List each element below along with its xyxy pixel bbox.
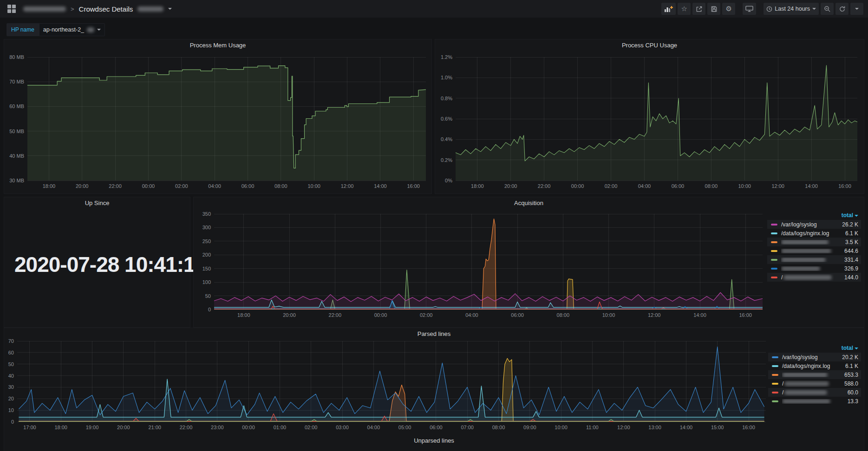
svg-text:00:00: 00:00 xyxy=(374,312,387,318)
series-label: / xyxy=(782,389,834,396)
panel-title[interactable]: Process Mem Usage xyxy=(4,42,431,49)
mem-chart[interactable]: 18:0020:0022:0000:0002:0004:0006:0008:00… xyxy=(4,39,432,194)
legend-row[interactable]: /588.0 xyxy=(768,379,861,388)
svg-text:300: 300 xyxy=(202,225,211,230)
cpu-chart[interactable]: 18:0020:0022:0000:0002:0004:0006:0008:00… xyxy=(435,39,865,194)
cycle-view-button[interactable] xyxy=(743,3,756,15)
panel-up-since: Up Since 2020-07-28 10:41:10 xyxy=(4,197,190,328)
refresh-button[interactable] xyxy=(835,3,848,15)
svg-text:05:00: 05:00 xyxy=(398,425,411,430)
svg-text:00:00: 00:00 xyxy=(242,425,255,430)
svg-text:22:00: 22:00 xyxy=(329,312,342,318)
panel-title[interactable]: Process CPU Usage xyxy=(435,42,864,49)
series-label: / xyxy=(782,380,834,387)
legend-row[interactable]: 13.3 xyxy=(768,397,861,406)
chevron-down-icon xyxy=(855,8,859,10)
zoom-out-button[interactable] xyxy=(821,3,834,15)
svg-text:04:00: 04:00 xyxy=(208,183,221,189)
svg-text:17:00: 17:00 xyxy=(23,425,36,430)
series-label: /data/logs/nginx.log xyxy=(781,230,834,237)
series-label xyxy=(782,399,834,404)
time-picker-button[interactable]: Last 24 hours xyxy=(764,3,819,15)
legend-row[interactable]: /data/logs/nginx.log6.1 K xyxy=(768,361,861,370)
panel-title[interactable]: Up Since xyxy=(4,200,190,206)
series-total-value: 644.6 xyxy=(838,248,858,254)
legend-row[interactable]: /var/log/syslog20.2 K xyxy=(768,353,861,361)
star-icon: ☆ xyxy=(681,5,687,13)
apps-grid-icon[interactable] xyxy=(7,5,16,13)
svg-text:0%: 0% xyxy=(445,178,452,183)
dashboard-title[interactable]: Crowdsec Details xyxy=(79,5,133,13)
settings-button[interactable]: ⚙ xyxy=(722,3,735,15)
series-total-value: 144.0 xyxy=(838,274,858,281)
redacted-label xyxy=(781,266,820,271)
clock-icon xyxy=(766,6,772,12)
svg-text:04:00: 04:00 xyxy=(465,312,478,318)
grafana-dashboard: > Crowdsec Details ☆ xyxy=(0,0,868,451)
svg-text:18:00: 18:00 xyxy=(237,312,250,318)
star-button[interactable]: ☆ xyxy=(678,3,691,15)
variable-value-text: ap-northeast-2_ xyxy=(43,26,84,33)
svg-text:03:00: 03:00 xyxy=(336,425,349,430)
chevron-down-icon[interactable] xyxy=(168,8,172,10)
share-button[interactable] xyxy=(692,3,705,15)
svg-text:30: 30 xyxy=(8,384,14,390)
series-label: /data/logs/nginx.log xyxy=(782,363,834,369)
series-label: /var/log/syslog xyxy=(782,354,834,361)
add-panel-button[interactable] xyxy=(661,3,676,15)
redacted-label xyxy=(781,258,826,262)
series-label xyxy=(781,266,834,271)
series-label: /var/log/syslog xyxy=(781,221,834,228)
legend-row[interactable]: /60.0 xyxy=(768,388,861,397)
panel-title-unparsed-lines[interactable]: Unparsed lines xyxy=(4,437,864,444)
legend-sort-total[interactable]: total xyxy=(767,211,861,220)
legend-row[interactable]: 3.5 K xyxy=(767,238,861,246)
series-color-swatch xyxy=(771,241,777,243)
series-total-value: 6.1 K xyxy=(838,230,858,237)
panel-title[interactable]: Acquisition xyxy=(194,200,864,206)
svg-text:1.2%: 1.2% xyxy=(441,54,452,60)
svg-text:20:00: 20:00 xyxy=(76,183,89,189)
series-total-value: 20.2 K xyxy=(838,354,858,361)
breadcrumb-folder-redacted[interactable] xyxy=(23,6,66,12)
series-total-value: 13.3 xyxy=(838,398,858,405)
series-total-value: 653.3 xyxy=(838,372,858,378)
series-color-swatch xyxy=(771,268,777,270)
legend-row[interactable]: 326.9 xyxy=(767,264,861,273)
svg-text:0.6%: 0.6% xyxy=(441,116,452,122)
legend-row[interactable]: 653.3 xyxy=(768,370,861,379)
legend-sort-total[interactable]: total xyxy=(768,344,861,353)
series-label xyxy=(781,258,834,262)
acquisition-chart[interactable]: 18:0020:0022:0000:0002:0004:0006:0008:00… xyxy=(194,197,766,328)
svg-text:02:00: 02:00 xyxy=(420,312,433,318)
legend-row[interactable]: 644.6 xyxy=(767,246,861,255)
svg-text:04:00: 04:00 xyxy=(367,425,380,430)
series-label xyxy=(781,240,834,245)
panel-title[interactable]: Parsed lines xyxy=(4,330,864,337)
legend-row[interactable]: /data/logs/nginx.log6.1 K xyxy=(767,229,861,238)
series-color-swatch xyxy=(772,400,778,402)
svg-text:11:00: 11:00 xyxy=(586,425,599,430)
refresh-interval-dropdown[interactable] xyxy=(850,3,863,15)
svg-text:16:00: 16:00 xyxy=(838,183,851,189)
panel-process-mem-usage: Process Mem Usage 18:0020:0022:0000:0002… xyxy=(4,39,432,194)
svg-text:06:00: 06:00 xyxy=(672,183,685,189)
svg-text:18:00: 18:00 xyxy=(43,183,56,189)
svg-text:70 MB: 70 MB xyxy=(9,79,24,84)
legend-row[interactable]: 331.4 xyxy=(767,255,861,264)
series-label: / xyxy=(781,274,834,281)
panel-acquisition: Acquisition 18:0020:0022:0000:0002:0004:… xyxy=(193,197,864,328)
svg-text:30 MB: 30 MB xyxy=(9,178,24,183)
monitor-icon xyxy=(745,6,753,12)
save-button[interactable] xyxy=(707,3,720,15)
parsed-lines-chart[interactable]: 17:0018:0019:0020:0021:0022:0023:0000:00… xyxy=(4,328,770,438)
legend-row[interactable]: /var/log/syslog26.2 K xyxy=(767,220,861,229)
series-total-value: 60.0 xyxy=(838,389,858,396)
variable-value-dropdown[interactable]: ap-northeast-2_ xyxy=(39,23,105,36)
svg-text:06:00: 06:00 xyxy=(511,312,524,318)
refresh-icon xyxy=(839,6,846,13)
legend-row[interactable]: /144.0 xyxy=(767,273,861,282)
svg-text:08:00: 08:00 xyxy=(705,183,718,189)
series-color-swatch xyxy=(772,356,778,358)
svg-text:0: 0 xyxy=(208,307,211,312)
